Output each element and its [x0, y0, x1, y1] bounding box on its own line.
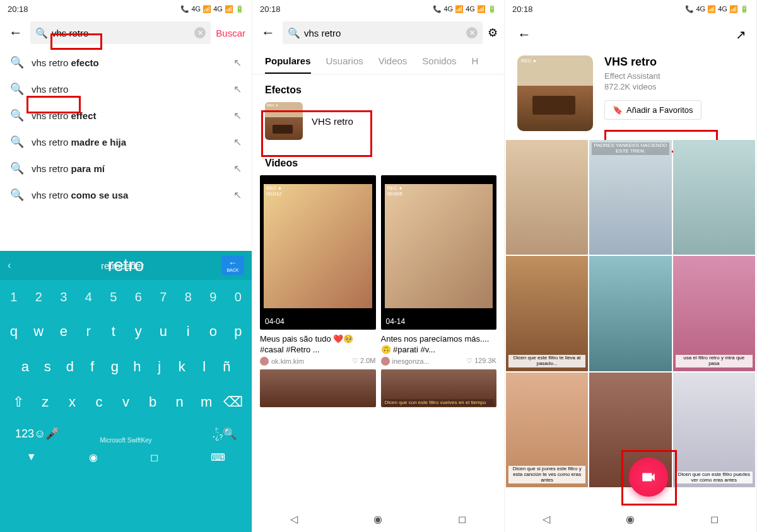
kb-back-button[interactable]: ←BACK — [221, 256, 244, 275]
key-ñ[interactable]: ñ — [217, 354, 237, 380]
arrow-insert-icon[interactable]: ↖ — [233, 83, 242, 95]
nav-keyboard-icon[interactable]: ⌨ — [211, 451, 225, 463]
record-button[interactable] — [629, 458, 668, 497]
filter-icon[interactable]: ⚙ — [488, 26, 498, 40]
video-thumb[interactable]: Dicen que si pones este filtro y esta ca… — [506, 373, 588, 487]
key-v[interactable]: v — [114, 389, 138, 415]
key-h[interactable]: h — [127, 354, 148, 380]
nav-home-icon[interactable]: ◉ — [373, 513, 382, 525]
search-box[interactable]: 🔍 ✕ — [283, 21, 483, 44]
key-x[interactable]: x — [60, 389, 85, 415]
key-7[interactable]: 7 — [152, 285, 175, 309]
keyboard[interactable]: ‹ retroceder retro ←BACK 1234567890 qwer… — [0, 251, 252, 532]
video-thumb[interactable] — [673, 140, 755, 255]
back-icon[interactable]: ← — [515, 24, 534, 45]
suggestion-item[interactable]: 🔍vhs retro para mí↖ — [0, 155, 252, 182]
key-e[interactable]: e — [52, 318, 75, 345]
effect-thumb — [517, 55, 593, 131]
search-button[interactable]: Buscar — [216, 28, 245, 38]
suggestion-item[interactable]: 🔍vhs retro efecto↖ — [0, 49, 252, 76]
video-thumb[interactable]: usa el filtro retro y mira que pasa — [673, 256, 755, 371]
tab-usuarios[interactable]: Usuarios — [326, 49, 363, 74]
effect-thumb — [265, 102, 303, 140]
search-input[interactable] — [304, 28, 462, 38]
clear-icon[interactable]: ✕ — [466, 27, 478, 38]
key-q[interactable]: q — [3, 318, 25, 345]
effect-result[interactable]: VHS retro — [252, 102, 504, 147]
nav-recent-icon[interactable]: ◻ — [150, 451, 158, 463]
video-thumb[interactable] — [260, 369, 376, 407]
key-a[interactable]: a — [15, 354, 35, 380]
key-9[interactable]: 9 — [202, 285, 225, 309]
video-thumb[interactable]: Dicen que con este filtro puedes ver cóm… — [673, 373, 755, 487]
key-5[interactable]: 5 — [102, 285, 125, 309]
key-l[interactable]: l — [194, 354, 214, 380]
tab-videos[interactable]: Videos — [378, 49, 408, 74]
add-favorites-button[interactable]: 🔖 Añadir a Favoritos — [604, 100, 701, 120]
back-icon[interactable]: ← — [6, 22, 25, 43]
arrow-insert-icon[interactable]: ↖ — [233, 57, 242, 69]
key-w[interactable]: w — [28, 318, 50, 345]
arrow-insert-icon[interactable]: ↖ — [233, 189, 242, 201]
key-z[interactable]: z — [33, 389, 58, 415]
key-⌫[interactable]: ⌫ — [221, 389, 245, 415]
nav-home-icon[interactable]: ◉ — [89, 451, 98, 463]
key-⇧[interactable]: ⇧ — [6, 389, 31, 415]
key-4[interactable]: 4 — [78, 285, 100, 309]
key-f[interactable]: f — [83, 354, 103, 380]
key-r[interactable]: r — [78, 318, 100, 345]
key-b[interactable]: b — [141, 389, 165, 415]
key-s[interactable]: s — [38, 354, 58, 380]
key-n[interactable]: n — [167, 389, 192, 415]
back-icon[interactable]: ← — [259, 22, 278, 43]
search-input[interactable] — [52, 28, 191, 38]
kb-sugg-2[interactable]: retro — [108, 255, 144, 275]
suggestion-item[interactable]: 🔍vhs retro↖ — [0, 76, 252, 102]
suggestion-item[interactable]: 🔍vhs retro effect↖ — [0, 102, 252, 129]
search-box[interactable]: 🔍 ✕ — [30, 21, 211, 44]
suggestion-item[interactable]: 🔍vhs retro como se usa↖ — [0, 182, 252, 208]
key-8[interactable]: 8 — [177, 285, 200, 309]
nav-down-icon[interactable]: ▼ — [26, 451, 37, 463]
tab-populares[interactable]: Populares — [265, 49, 311, 74]
video-thumb[interactable] — [589, 256, 671, 371]
key-m[interactable]: m — [194, 389, 219, 415]
key-c[interactable]: c — [87, 389, 112, 415]
video-thumb[interactable]: PADRES YANKEES HACIENDO ESTE TREN: — [589, 140, 671, 255]
tab-sonidos[interactable]: Sonidos — [422, 49, 456, 74]
nav-recent-icon[interactable]: ◻ — [458, 513, 466, 525]
key-j[interactable]: j — [150, 354, 170, 380]
share-icon[interactable]: ↗ — [736, 27, 746, 42]
suggestion-item[interactable]: 🔍vhs retro madre e hija↖ — [0, 129, 252, 155]
key-k[interactable]: k — [172, 354, 192, 380]
video-card[interactable]: REC ●00:00504-14 Antes nos parecíamos má… — [381, 175, 497, 366]
key-t[interactable]: t — [102, 318, 125, 345]
search-header: ← 🔍 ✕ Buscar — [0, 18, 252, 49]
nav-recent-icon[interactable]: ◻ — [710, 513, 719, 525]
tab-h[interactable]: H — [472, 49, 479, 74]
clear-icon[interactable]: ✕ — [194, 27, 206, 38]
key-3[interactable]: 3 — [52, 285, 75, 309]
key-6[interactable]: 6 — [127, 285, 150, 309]
key-1[interactable]: 1 — [3, 285, 25, 309]
video-card[interactable]: REC ●00:01204-04 Meus pais são tudo ❤️🥺 … — [260, 175, 376, 366]
key-u[interactable]: u — [152, 318, 175, 345]
nav-home-icon[interactable]: ◉ — [626, 513, 635, 525]
nav-back-icon[interactable]: ◁ — [543, 513, 550, 525]
arrow-insert-icon[interactable]: ↖ — [233, 136, 242, 148]
nav-back-icon[interactable]: ◁ — [290, 513, 298, 525]
video-thumb[interactable]: Dicen que con este filtro vuelves en el … — [381, 369, 497, 407]
arrow-insert-icon[interactable]: ↖ — [233, 110, 242, 122]
arrow-insert-icon[interactable]: ↖ — [233, 163, 242, 175]
key-g[interactable]: g — [105, 354, 125, 380]
key-i[interactable]: i — [177, 318, 200, 345]
key-o[interactable]: o — [202, 318, 225, 345]
key-0[interactable]: 0 — [227, 285, 250, 309]
key-2[interactable]: 2 — [28, 285, 50, 309]
video-thumb[interactable] — [506, 140, 588, 255]
key-p[interactable]: p — [227, 318, 250, 345]
chevron-left-icon[interactable]: ‹ — [8, 260, 11, 271]
key-d[interactable]: d — [60, 354, 80, 380]
key-y[interactable]: y — [127, 318, 150, 345]
video-thumb[interactable]: Dicen que este filtro te lleva al pasado… — [506, 256, 588, 371]
